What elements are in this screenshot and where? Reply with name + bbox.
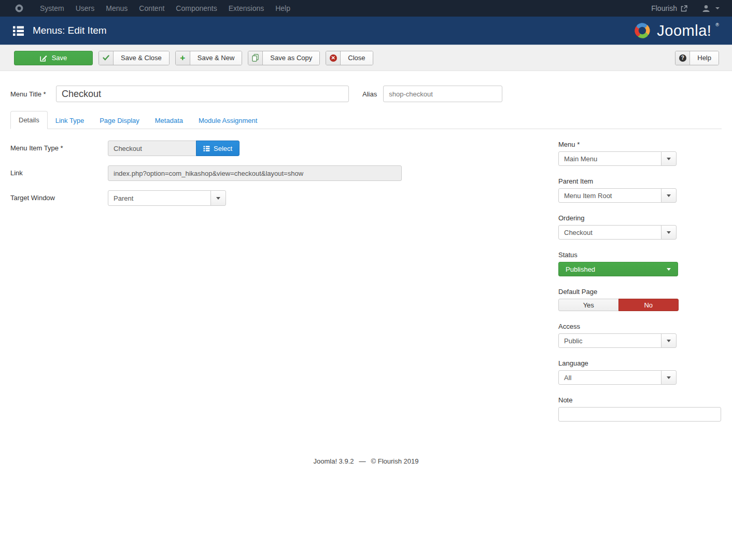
tab-page-display[interactable]: Page Display xyxy=(92,112,147,129)
parent-item-select[interactable]: Menu Item Root xyxy=(558,188,722,203)
note-input[interactable] xyxy=(558,407,721,422)
pencil-square-icon xyxy=(40,54,47,62)
select-button-label: Select xyxy=(214,145,232,152)
ordering-group: Ordering Checkout xyxy=(558,214,722,240)
tab-module-assignment[interactable]: Module Assignment xyxy=(191,112,265,129)
caret-down-icon xyxy=(661,225,677,240)
close-circle-icon: ✕ xyxy=(326,51,341,65)
ordering-label: Ordering xyxy=(558,214,722,222)
menu-extensions[interactable]: Extensions xyxy=(223,4,270,12)
target-window-select[interactable]: Parent xyxy=(108,190,226,206)
plus-icon: + xyxy=(176,51,190,65)
ordering-select[interactable]: Checkout xyxy=(558,225,722,240)
admin-menu: System Users Menus Content Components Ex… xyxy=(34,4,296,12)
menu-system[interactable]: System xyxy=(34,4,70,12)
tab-metadata[interactable]: Metadata xyxy=(147,112,191,129)
caret-down-icon xyxy=(667,268,671,271)
status-group: Status Published xyxy=(558,251,722,276)
alias-label: Alias xyxy=(362,90,377,98)
title-row: Menu Title * Alias xyxy=(10,86,722,102)
caret-down-icon xyxy=(661,333,677,348)
language-select[interactable]: All xyxy=(558,370,722,385)
default-page-yes-button[interactable]: Yes xyxy=(558,299,619,311)
parent-item-label: Parent Item xyxy=(558,177,722,185)
target-window-row: Target Window Parent xyxy=(10,190,558,206)
help-button[interactable]: ? Help xyxy=(675,51,719,65)
access-select[interactable]: Public xyxy=(558,333,722,348)
caret-down-icon xyxy=(210,190,226,206)
menu-list-icon xyxy=(203,145,210,152)
admin-top-bar: System Users Menus Content Components Ex… xyxy=(0,0,732,17)
settings-sidebar: Menu * Main Menu Parent Item Menu Item R… xyxy=(558,141,722,433)
note-label: Note xyxy=(558,396,722,404)
save-copy-button-label: Save as Copy xyxy=(263,51,319,65)
save-button[interactable]: Save xyxy=(14,51,93,65)
edit-item-form: Menu Title * Alias Details Link Type Pag… xyxy=(0,86,732,465)
external-link-icon xyxy=(681,5,687,12)
default-page-group: Default Page Yes No xyxy=(558,288,722,311)
status-value: Published xyxy=(566,265,595,273)
menu-value: Main Menu xyxy=(558,151,661,166)
default-page-no-button[interactable]: No xyxy=(618,299,679,311)
save-new-button-label: Save & New xyxy=(190,51,242,65)
site-preview-link[interactable]: Flourish xyxy=(651,4,687,12)
link-label: Link xyxy=(10,165,108,181)
menu-menus[interactable]: Menus xyxy=(100,4,133,12)
user-icon xyxy=(702,5,710,12)
menu-title-input[interactable] xyxy=(56,86,349,102)
copyright-text: © Flourish 2019 xyxy=(371,457,419,465)
menu-item-type-label: Menu Item Type * xyxy=(10,141,108,156)
status-label: Status xyxy=(558,251,722,259)
access-label: Access xyxy=(558,323,722,330)
alias-input[interactable] xyxy=(383,86,502,102)
brand-name: Joomla! xyxy=(657,20,711,41)
link-value: index.php?option=com_hikashop&view=check… xyxy=(108,165,402,181)
menu-label: Menu * xyxy=(558,141,722,148)
page-header: Menus: Edit Item Joomla! ® xyxy=(0,17,732,45)
language-value: All xyxy=(558,370,661,385)
copy-icon xyxy=(248,51,263,65)
close-button-label: Close xyxy=(341,51,372,65)
toolbar: Save Save & Close + Save & New Save as C… xyxy=(0,45,732,71)
save-button-label: Save xyxy=(52,54,67,62)
menu-users[interactable]: Users xyxy=(70,4,101,12)
select-menu-item-type-button[interactable]: Select xyxy=(196,141,240,156)
menu-item-type-row: Menu Item Type * Checkout Select xyxy=(10,141,558,156)
save-close-button[interactable]: Save & Close xyxy=(98,51,170,65)
link-row: Link index.php?option=com_hikashop&view=… xyxy=(10,165,558,181)
user-menu[interactable] xyxy=(702,5,720,12)
tab-details[interactable]: Details xyxy=(10,111,48,129)
language-group: Language All xyxy=(558,359,722,385)
caret-down-icon xyxy=(661,188,677,203)
access-value: Public xyxy=(558,333,661,348)
footer-separator: — xyxy=(359,457,366,465)
footer: Joomla! 3.9.2—© Flourish 2019 xyxy=(10,457,722,465)
registered-mark: ® xyxy=(715,22,719,27)
menu-content[interactable]: Content xyxy=(133,4,170,12)
help-button-label: Help xyxy=(690,51,719,65)
menu-components[interactable]: Components xyxy=(170,4,222,12)
menu-item-type-value: Checkout xyxy=(108,141,196,156)
version-text: Joomla! 3.9.2 xyxy=(313,457,354,465)
help-circle-icon: ? xyxy=(675,51,690,65)
close-button[interactable]: ✕ Close xyxy=(326,51,373,65)
tab-link-type[interactable]: Link Type xyxy=(48,112,92,129)
menu-select[interactable]: Main Menu xyxy=(558,151,722,166)
parent-item-group: Parent Item Menu Item Root xyxy=(558,177,722,203)
check-icon xyxy=(99,51,114,65)
status-select[interactable]: Published xyxy=(558,262,678,276)
tab-bar: Details Link Type Page Display Metadata … xyxy=(10,111,722,129)
language-label: Language xyxy=(558,359,722,367)
details-pane: Menu Item Type * Checkout Select Link xyxy=(10,141,558,433)
note-group: Note xyxy=(558,396,722,422)
menu-title-label: Menu Title * xyxy=(10,90,56,98)
save-new-button[interactable]: + Save & New xyxy=(175,51,243,65)
save-copy-button[interactable]: Save as Copy xyxy=(248,51,320,65)
site-name: Flourish xyxy=(651,4,677,12)
save-close-button-label: Save & Close xyxy=(114,51,169,65)
caret-down-icon xyxy=(661,370,677,385)
target-window-label: Target Window xyxy=(10,190,108,206)
menu-group: Menu * Main Menu xyxy=(558,141,722,166)
chevron-down-icon xyxy=(715,7,720,9)
menu-help[interactable]: Help xyxy=(270,4,296,12)
